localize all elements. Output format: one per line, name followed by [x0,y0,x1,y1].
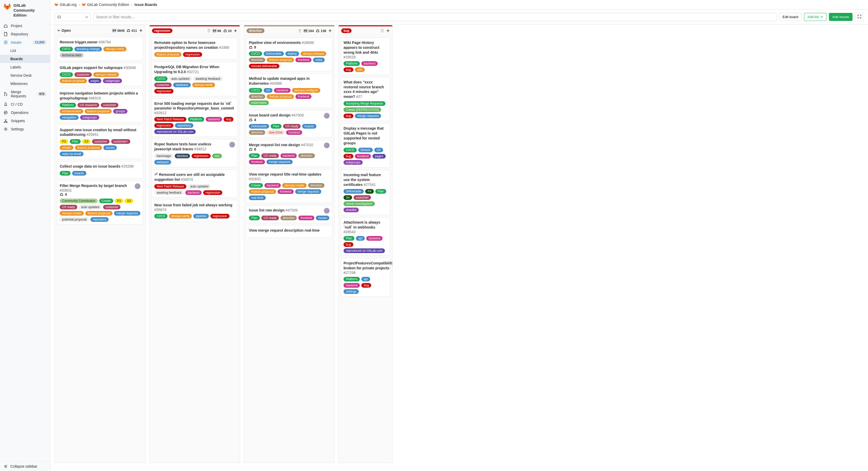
label-pill[interactable]: api [361,277,370,281]
label-pill[interactable]: devops:verify [192,82,215,87]
label-pill[interactable]: blocked [175,154,190,158]
label-pill[interactable]: api [356,236,365,241]
label-pill[interactable]: regression [191,154,211,158]
label-pill[interactable]: backstage [154,154,173,158]
label-pill[interactable]: missed-deliverable [249,64,279,68]
label-pill[interactable]: enhancement [60,109,83,113]
label-pill[interactable]: customer [92,139,109,144]
issue-card[interactable]: Error 500 loading merge requests due to … [152,98,238,137]
label-pill[interactable]: backend [206,117,222,122]
label-pill[interactable]: Accepting Merge Requests [344,101,385,106]
label-pill[interactable]: frontend [286,130,302,135]
label-pill[interactable]: bug [344,67,353,72]
issue-card[interactable]: Improve navigation between projects with… [57,88,143,123]
label-pill[interactable]: devops:create [282,183,306,188]
label-pill[interactable]: S3 [125,199,133,203]
label-pill[interactable]: deploy [285,52,299,56]
label-pill[interactable]: backend [280,154,297,158]
label-pill[interactable]: potential proposal [60,217,89,222]
label-pill[interactable]: Deliverable [249,124,269,129]
label-pill[interactable]: customer [101,103,118,107]
label-pill[interactable]: S4 [344,195,352,200]
label-pill[interactable]: feature proposal [85,211,113,215]
label-pill[interactable]: CI/CD [154,76,167,81]
list-cards[interactable]: Remove trigger.owner #36794 CI/CDbreakin… [55,35,145,463]
issue-card[interactable]: Pipeline view of environments #28698 9 C… [246,37,333,71]
label-pill[interactable]: regression [154,89,174,94]
nav-item-operations[interactable]: Operations [0,108,50,117]
label-pill[interactable]: frontend [296,94,311,99]
label-pill[interactable]: navigation [60,115,79,120]
label-pill[interactable]: Plan [271,124,281,129]
label-pill[interactable]: reply by email [60,152,84,156]
issue-card[interactable]: View merge request title real-time updat… [246,169,333,203]
label-pill[interactable]: devops:create [60,211,84,215]
label-pill[interactable]: repository [175,123,193,128]
issue-card[interactable]: View merge request description real-time [246,225,333,238]
label-pill[interactable]: pipeline [193,214,209,218]
label-pill[interactable]: boards [302,124,316,129]
label-pill[interactable]: regression [154,123,174,128]
label-pill[interactable]: direction [249,94,265,99]
label-pill[interactable]: CI/CD [60,72,73,77]
label-pill[interactable]: CI/CD [154,214,167,218]
label-pill[interactable]: S3 [82,139,91,144]
label-pill[interactable]: awaiting feedback [154,190,184,195]
issue-card[interactable]: ProjectFeaturesCompatibility broken for … [341,258,390,297]
issue-card[interactable]: Filter Merge Requests by target branch #… [57,180,143,225]
sub-nav-milestones[interactable]: Milestones [0,79,50,88]
label-pill[interactable]: regression [152,28,173,33]
label-pill[interactable]: backend [361,61,378,66]
label-pill[interactable]: database [173,82,190,87]
label-pill[interactable]: Plan [249,154,260,158]
label-pill[interactable]: direction [249,58,265,62]
label-pill[interactable]: CI/CD [344,148,357,153]
nav-item-snippets[interactable]: Snippets [0,117,50,125]
label-pill[interactable]: emails [60,145,73,150]
label-pill[interactable]: frontend [278,189,293,194]
label-pill[interactable]: subgroups [344,160,363,165]
delete-list-button[interactable] [207,29,211,33]
assignee-avatar[interactable] [135,183,141,189]
add-issues-button[interactable]: Add issues [829,13,852,21]
delete-list-button[interactable] [380,29,384,33]
assignee-avatar[interactable] [229,142,235,147]
label-pill[interactable]: CI/CD [60,47,73,52]
label-pill[interactable]: devops:verify [103,47,126,52]
label-pill[interactable]: frontend [296,58,311,62]
board-scroll-area[interactable]: Open 5845 411 Remove trigger.owner #3679… [51,25,868,471]
sub-nav-list[interactable]: List [0,46,50,55]
label-pill[interactable]: Plan [344,236,354,241]
issue-card[interactable]: GitLab pages support for subgroups #3054… [57,63,143,86]
issue-card[interactable]: Remove trigger.owner #36794 CI/CDbreakin… [57,37,143,60]
label-pill[interactable]: feature proposal [249,189,276,194]
label-pill[interactable]: regression [183,52,202,57]
label-pill[interactable]: Plan [249,215,260,220]
label-pill[interactable]: Create [99,199,113,203]
add-card-button[interactable] [139,29,143,32]
label-pill[interactable]: P3 [60,139,68,144]
label-pill[interactable]: technical debt [60,53,84,58]
label-pill[interactable]: feature proposal [267,94,294,99]
label-pill[interactable]: Next Patch Release [154,117,186,122]
label-pill[interactable]: customer [74,72,92,77]
search-filter-input[interactable]: Search or filter results… [93,13,776,21]
sub-nav-boards[interactable]: Boards [0,55,50,63]
nav-item-issues[interactable]: Issues 11,852 [0,38,50,46]
label-pill[interactable]: merge requests [114,211,140,215]
label-pill[interactable]: Plan [70,139,81,144]
label-pill[interactable]: UX [374,148,383,153]
label-pill[interactable]: frontend [355,154,371,159]
label-pill[interactable]: backend [265,183,281,188]
label-pill[interactable]: customer [353,195,371,200]
nav-item-project[interactable]: Project [0,22,50,30]
label-pill[interactable]: pages [372,154,386,159]
issue-card[interactable]: Display a message that GitLab Pages is n… [341,123,390,168]
label-pill[interactable]: reproduced on GitLab.com [154,129,196,134]
label-pill[interactable]: backend [366,236,382,241]
label-pill[interactable]: settings [344,289,359,294]
edit-board-button[interactable]: Edit board [779,13,802,21]
label-pill[interactable]: devops:verify [169,214,192,218]
label-pill[interactable]: merge requests [355,113,381,118]
issue-card[interactable]: Support new issue creation by email with… [57,125,143,159]
